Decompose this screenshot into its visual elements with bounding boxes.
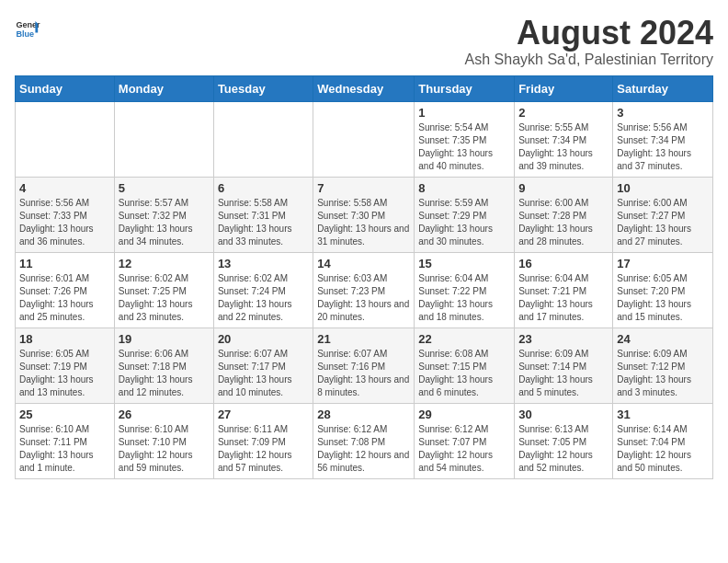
svg-text:Blue: Blue — [16, 29, 34, 39]
calendar-cell: 15Sunrise: 6:04 AMSunset: 7:22 PMDayligh… — [415, 252, 515, 327]
day-info: Sunrise: 6:14 AMSunset: 7:04 PMDaylight:… — [617, 423, 709, 475]
day-number: 14 — [317, 257, 410, 270]
weekday-header: Saturday — [613, 75, 713, 101]
day-number: 10 — [617, 181, 709, 195]
calendar-week-row: 25Sunrise: 6:10 AMSunset: 7:11 PMDayligh… — [16, 403, 713, 478]
day-info: Sunrise: 6:04 AMSunset: 7:21 PMDaylight:… — [518, 272, 609, 324]
weekday-header: Tuesday — [213, 75, 313, 101]
day-number: 17 — [617, 257, 709, 270]
calendar-cell: 26Sunrise: 6:10 AMSunset: 7:10 PMDayligh… — [114, 403, 213, 478]
calendar-cell: 5Sunrise: 5:57 AMSunset: 7:32 PMDaylight… — [114, 177, 213, 252]
day-number: 9 — [518, 181, 609, 195]
day-number: 2 — [518, 106, 609, 120]
day-info: Sunrise: 6:03 AMSunset: 7:23 PMDaylight:… — [317, 272, 410, 324]
day-number: 15 — [418, 257, 510, 270]
calendar-week-row: 18Sunrise: 6:05 AMSunset: 7:19 PMDayligh… — [16, 327, 713, 403]
day-info: Sunrise: 5:58 AMSunset: 7:31 PMDaylight:… — [218, 197, 309, 248]
day-number: 19 — [119, 332, 210, 346]
calendar-cell: 21Sunrise: 6:07 AMSunset: 7:16 PMDayligh… — [313, 327, 415, 403]
day-info: Sunrise: 6:04 AMSunset: 7:22 PMDaylight:… — [418, 272, 510, 324]
day-info: Sunrise: 6:10 AMSunset: 7:10 PMDaylight:… — [119, 423, 210, 475]
day-info: Sunrise: 5:56 AMSunset: 7:34 PMDaylight:… — [617, 121, 709, 173]
weekday-header: Monday — [114, 75, 213, 101]
calendar-cell: 14Sunrise: 6:03 AMSunset: 7:23 PMDayligh… — [313, 252, 415, 327]
calendar-week-row: 11Sunrise: 6:01 AMSunset: 7:26 PMDayligh… — [16, 252, 713, 327]
day-info: Sunrise: 6:06 AMSunset: 7:18 PMDaylight:… — [119, 348, 210, 399]
header: General Blue August 2024 Ash Shaykh Sa'd… — [15, 15, 713, 68]
day-number: 29 — [418, 408, 510, 421]
header-row: SundayMondayTuesdayWednesdayThursdayFrid… — [16, 75, 713, 101]
calendar-cell — [213, 101, 313, 177]
calendar-cell: 10Sunrise: 6:00 AMSunset: 7:27 PMDayligh… — [613, 177, 713, 252]
day-number: 26 — [119, 408, 210, 421]
calendar-cell: 13Sunrise: 6:02 AMSunset: 7:24 PMDayligh… — [213, 252, 313, 327]
day-info: Sunrise: 5:55 AMSunset: 7:34 PMDaylight:… — [518, 121, 609, 173]
calendar-cell: 9Sunrise: 6:00 AMSunset: 7:28 PMDaylight… — [515, 177, 613, 252]
day-number: 23 — [518, 332, 609, 346]
calendar-cell: 29Sunrise: 6:12 AMSunset: 7:07 PMDayligh… — [415, 403, 515, 478]
weekday-header: Friday — [515, 75, 613, 101]
day-info: Sunrise: 6:08 AMSunset: 7:15 PMDaylight:… — [418, 348, 510, 399]
calendar-cell: 6Sunrise: 5:58 AMSunset: 7:31 PMDaylight… — [213, 177, 313, 252]
main-title: August 2024 — [465, 15, 713, 52]
day-number: 5 — [119, 181, 210, 195]
day-info: Sunrise: 6:09 AMSunset: 7:14 PMDaylight:… — [518, 348, 609, 399]
calendar-cell — [114, 101, 213, 177]
day-info: Sunrise: 6:12 AMSunset: 7:07 PMDaylight:… — [418, 423, 510, 475]
day-info: Sunrise: 6:10 AMSunset: 7:11 PMDaylight:… — [19, 423, 110, 475]
day-info: Sunrise: 6:00 AMSunset: 7:28 PMDaylight:… — [518, 197, 609, 248]
day-number: 11 — [19, 257, 110, 270]
calendar-cell: 22Sunrise: 6:08 AMSunset: 7:15 PMDayligh… — [415, 327, 515, 403]
calendar-cell: 3Sunrise: 5:56 AMSunset: 7:34 PMDaylight… — [613, 101, 713, 177]
day-number: 21 — [317, 332, 410, 346]
day-info: Sunrise: 6:07 AMSunset: 7:17 PMDaylight:… — [218, 348, 309, 399]
calendar-cell: 2Sunrise: 5:55 AMSunset: 7:34 PMDaylight… — [515, 101, 613, 177]
calendar-cell: 20Sunrise: 6:07 AMSunset: 7:17 PMDayligh… — [213, 327, 313, 403]
calendar-cell: 17Sunrise: 6:05 AMSunset: 7:20 PMDayligh… — [613, 252, 713, 327]
calendar-cell: 31Sunrise: 6:14 AMSunset: 7:04 PMDayligh… — [613, 403, 713, 478]
weekday-header: Thursday — [415, 75, 515, 101]
day-info: Sunrise: 5:56 AMSunset: 7:33 PMDaylight:… — [19, 197, 110, 248]
day-info: Sunrise: 6:09 AMSunset: 7:12 PMDaylight:… — [617, 348, 709, 399]
calendar-week-row: 1Sunrise: 5:54 AMSunset: 7:35 PMDaylight… — [16, 101, 713, 177]
day-number: 25 — [19, 408, 110, 421]
calendar-cell: 16Sunrise: 6:04 AMSunset: 7:21 PMDayligh… — [515, 252, 613, 327]
day-number: 7 — [317, 181, 410, 195]
day-number: 18 — [19, 332, 110, 346]
day-number: 24 — [617, 332, 709, 346]
calendar-cell: 23Sunrise: 6:09 AMSunset: 7:14 PMDayligh… — [515, 327, 613, 403]
weekday-header: Wednesday — [313, 75, 415, 101]
day-info: Sunrise: 6:02 AMSunset: 7:25 PMDaylight:… — [119, 272, 210, 324]
day-info: Sunrise: 5:57 AMSunset: 7:32 PMDaylight:… — [119, 197, 210, 248]
calendar-cell: 30Sunrise: 6:13 AMSunset: 7:05 PMDayligh… — [515, 403, 613, 478]
day-number: 16 — [518, 257, 609, 270]
day-number: 13 — [218, 257, 309, 270]
day-number: 20 — [218, 332, 309, 346]
calendar-cell: 12Sunrise: 6:02 AMSunset: 7:25 PMDayligh… — [114, 252, 213, 327]
day-number: 4 — [19, 181, 110, 195]
day-number: 28 — [317, 408, 410, 421]
calendar-cell: 1Sunrise: 5:54 AMSunset: 7:35 PMDaylight… — [415, 101, 515, 177]
logo: General Blue — [15, 15, 40, 40]
day-info: Sunrise: 6:01 AMSunset: 7:26 PMDaylight:… — [19, 272, 110, 324]
day-info: Sunrise: 6:02 AMSunset: 7:24 PMDaylight:… — [218, 272, 309, 324]
calendar-cell — [16, 101, 115, 177]
calendar-cell: 19Sunrise: 6:06 AMSunset: 7:18 PMDayligh… — [114, 327, 213, 403]
calendar-cell: 11Sunrise: 6:01 AMSunset: 7:26 PMDayligh… — [16, 252, 115, 327]
day-info: Sunrise: 5:58 AMSunset: 7:30 PMDaylight:… — [317, 197, 410, 248]
day-number: 27 — [218, 408, 309, 421]
title-area: August 2024 Ash Shaykh Sa'd, Palestinian… — [465, 15, 713, 68]
day-info: Sunrise: 6:11 AMSunset: 7:09 PMDaylight:… — [218, 423, 309, 475]
weekday-header: Sunday — [16, 75, 115, 101]
logo-icon: General Blue — [15, 15, 40, 40]
day-info: Sunrise: 6:05 AMSunset: 7:20 PMDaylight:… — [617, 272, 709, 324]
calendar-cell: 18Sunrise: 6:05 AMSunset: 7:19 PMDayligh… — [16, 327, 115, 403]
day-info: Sunrise: 6:00 AMSunset: 7:27 PMDaylight:… — [617, 197, 709, 248]
calendar-cell: 8Sunrise: 5:59 AMSunset: 7:29 PMDaylight… — [415, 177, 515, 252]
day-info: Sunrise: 6:07 AMSunset: 7:16 PMDaylight:… — [317, 348, 410, 399]
day-number: 1 — [418, 106, 510, 120]
day-info: Sunrise: 5:59 AMSunset: 7:29 PMDaylight:… — [418, 197, 510, 248]
day-number: 6 — [218, 181, 309, 195]
calendar-cell: 24Sunrise: 6:09 AMSunset: 7:12 PMDayligh… — [613, 327, 713, 403]
calendar-cell: 25Sunrise: 6:10 AMSunset: 7:11 PMDayligh… — [16, 403, 115, 478]
